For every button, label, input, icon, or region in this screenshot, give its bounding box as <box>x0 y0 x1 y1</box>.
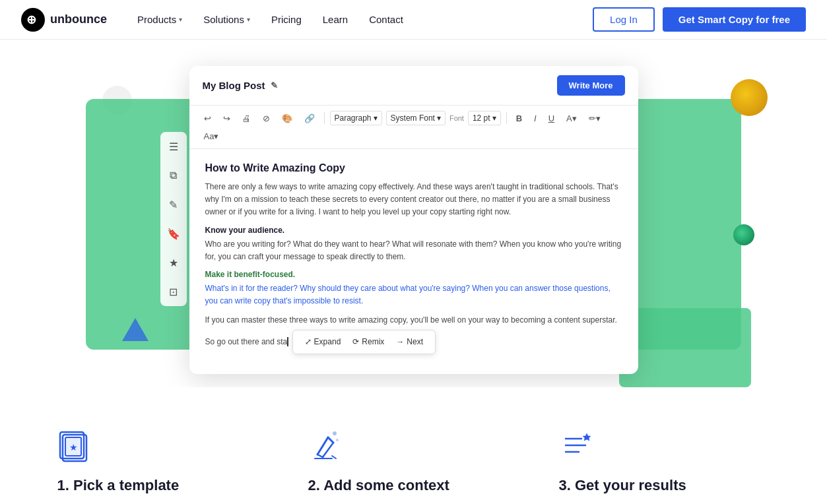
svg-line-7 <box>328 437 333 443</box>
svg-point-12 <box>333 431 337 435</box>
context-next[interactable]: → Next <box>391 334 428 350</box>
font-select[interactable]: System Font ▾ <box>386 111 446 125</box>
feature-1-title: 1. Pick a template <box>57 477 269 494</box>
feature-3-title: 3. Get your results <box>559 477 770 494</box>
editor-body[interactable]: How to Write Amazing Copy There are only… <box>189 149 638 374</box>
editor-document-title: My Blog Post <box>203 80 265 91</box>
logo[interactable]: ⊕ unbounce <box>21 8 107 32</box>
nav-solutions[interactable]: Solutions ▾ <box>194 9 259 30</box>
editor-titlebar: My Blog Post ✎ Write More <box>189 66 638 106</box>
deco-green-left <box>86 99 205 350</box>
logo-text: unbounce <box>50 13 107 26</box>
deco-triangle <box>122 318 149 341</box>
font-section-label: Font <box>449 114 464 122</box>
blog-subhead-2: Make it benefit-focused. <box>205 270 622 279</box>
sidebar-bookmark-icon[interactable]: 🔖 <box>164 224 183 243</box>
context-menu: ⤢ Expand ⟳ Remix → Next <box>292 330 436 354</box>
edit-title-icon[interactable]: ✎ <box>271 80 278 90</box>
sidebar-edit-icon[interactable]: ✎ <box>164 195 183 214</box>
context-icon <box>308 427 348 466</box>
nav-products[interactable]: Products ▾ <box>128 9 191 30</box>
redo-button[interactable]: ↪ <box>219 111 234 125</box>
template-icon: ★ <box>57 427 97 466</box>
nav-pricing[interactable]: Pricing <box>262 9 311 30</box>
nav-actions: Log In Get Smart Copy for free <box>593 7 806 32</box>
font-color-button[interactable]: A▾ <box>562 111 581 125</box>
nav-links: Products ▾ Solutions ▾ Pricing Learn Con… <box>128 9 593 30</box>
login-button[interactable]: Log In <box>593 7 655 32</box>
paragraph-select[interactable]: Paragraph ▾ <box>330 111 382 125</box>
blog-para-4: If you can master these three ways to wr… <box>205 314 622 354</box>
blog-subhead-1: Know your audience. <box>205 226 622 235</box>
blog-heading: How to Write Amazing Copy <box>205 162 622 174</box>
svg-text:★: ★ <box>69 442 78 453</box>
chevron-down-icon: ▾ <box>374 113 378 123</box>
context-expand[interactable]: ⤢ Expand <box>300 334 347 350</box>
sidebar-star-icon[interactable]: ★ <box>164 253 183 272</box>
navbar: ⊕ unbounce Products ▾ Solutions ▾ Pricin… <box>0 0 827 40</box>
hero-section: ☰ ⧉ ✎ 🔖 ★ ⊡ My Blog Post ✎ Write More ↩ … <box>0 40 827 387</box>
toolbar-separator-2 <box>506 112 507 124</box>
toolbar-separator-1 <box>324 112 325 124</box>
feature-2-title: 2. Add some context <box>308 477 519 494</box>
features-section: ★ 1. Pick a template Choose from dozens … <box>0 387 827 504</box>
results-icon <box>559 427 599 466</box>
clear-format-button[interactable]: ⊘ <box>259 111 274 125</box>
underline-button[interactable]: U <box>545 111 558 125</box>
chevron-down-icon: ▾ <box>179 16 182 23</box>
chevron-down-icon: ▾ <box>437 113 441 123</box>
get-smart-copy-button[interactable]: Get Smart Copy for free <box>663 7 806 32</box>
context-remix[interactable]: ⟳ Remix <box>347 334 389 350</box>
sidebar-image-icon[interactable]: ⊡ <box>164 282 183 301</box>
editor-toolbar: ↩ ↪ 🖨 ⊘ 🎨 🔗 Paragraph ▾ System Font ▾ Fo… <box>189 106 638 149</box>
remix-icon: ⟳ <box>352 336 359 348</box>
blog-para-3-highlight: What's in it for the reader? Why should … <box>205 282 622 307</box>
undo-button[interactable]: ↩ <box>200 111 215 125</box>
editor-title-bar: My Blog Post ✎ <box>203 80 278 91</box>
svg-line-11 <box>332 456 336 458</box>
font-size-select[interactable]: 12 pt ▾ <box>468 111 501 125</box>
link-button[interactable]: 🔗 <box>300 111 319 125</box>
deco-gold-sphere <box>731 79 768 116</box>
highlight-button[interactable]: ✏▾ <box>585 111 605 125</box>
deco-green-sphere <box>733 224 754 245</box>
blog-para-1: There are only a few ways to write amazi… <box>205 181 622 219</box>
blog-para-2: Who are you writing for? What do they wa… <box>205 238 622 263</box>
italic-button[interactable]: I <box>530 111 541 125</box>
bold-button[interactable]: B <box>512 111 526 125</box>
nav-learn[interactable]: Learn <box>314 9 357 30</box>
sidebar-layers-icon[interactable]: ⧉ <box>164 166 183 185</box>
svg-line-9 <box>317 455 323 457</box>
nav-contact[interactable]: Contact <box>360 9 413 30</box>
svg-point-13 <box>336 439 339 441</box>
text-style-button[interactable]: Aa▾ <box>200 129 223 143</box>
sidebar-menu-icon[interactable]: ☰ <box>164 137 183 156</box>
cursor <box>287 337 288 346</box>
paint-format-button[interactable]: 🎨 <box>278 111 296 125</box>
print-button[interactable]: 🖨 <box>238 111 255 125</box>
next-icon: → <box>396 336 404 348</box>
svg-text:⊕: ⊕ <box>26 13 36 26</box>
feature-pick-template: ★ 1. Pick a template Choose from dozens … <box>57 427 269 504</box>
chevron-down-icon: ▾ <box>247 16 250 23</box>
write-more-button[interactable]: Write More <box>557 75 625 96</box>
unbounce-logo-icon: ⊕ <box>21 8 45 32</box>
editor-sidebar: ☰ ⧉ ✎ 🔖 ★ ⊡ <box>160 132 187 306</box>
deco-green-bottom-right <box>619 308 751 387</box>
chevron-down-icon: ▾ <box>492 113 496 123</box>
expand-icon: ⤢ <box>305 336 312 348</box>
editor-window: My Blog Post ✎ Write More ↩ ↪ 🖨 ⊘ 🎨 🔗 Pa… <box>189 66 638 374</box>
feature-get-results: 3. Get your results Instantly get multip… <box>559 427 770 504</box>
feature-add-context: 2. Add some context Tell us what you're … <box>308 427 519 504</box>
